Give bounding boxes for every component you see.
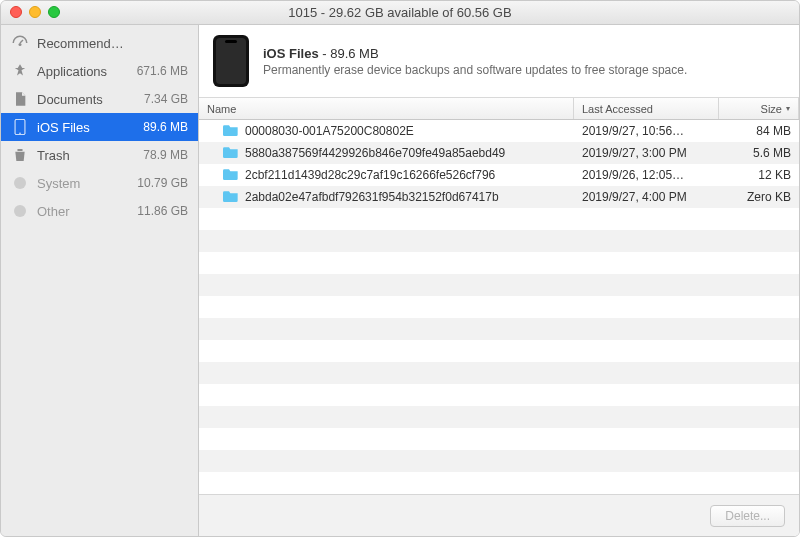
folder-icon — [223, 124, 239, 139]
footer-bar: Delete... — [199, 494, 799, 536]
table-row[interactable]: 2cbf211d1439d28c29c7af19c16266fe526cf796… — [199, 164, 799, 186]
window-controls — [10, 6, 60, 18]
category-header-text: iOS Files - 89.6 MB Permanently erase de… — [263, 46, 687, 77]
table-header: Name Last Accessed Size▾ — [199, 98, 799, 120]
file-name: 00008030-001A75200C80802E — [245, 124, 414, 138]
svg-point-6 — [14, 205, 26, 217]
category-size: 89.6 MB — [330, 46, 378, 61]
file-name: 2cbf211d1439d28c29c7af19c16266fe526cf796 — [245, 168, 495, 182]
column-header-last-accessed[interactable]: Last Accessed — [574, 98, 719, 119]
table-row[interactable]: 2abda02e47afbdf792631f954b32152f0d67417b… — [199, 186, 799, 208]
system-icon — [11, 174, 29, 192]
svg-rect-4 — [17, 149, 22, 151]
document-icon — [11, 90, 29, 108]
sidebar-item-trash[interactable]: Trash 78.9 MB — [1, 141, 198, 169]
empty-row — [199, 252, 799, 274]
sidebar-item-label: iOS Files — [37, 120, 124, 135]
gauge-icon — [11, 34, 29, 52]
empty-row — [199, 450, 799, 472]
sidebar-item-label: System — [37, 176, 124, 191]
empty-row — [199, 384, 799, 406]
folder-icon — [223, 146, 239, 161]
svg-rect-2 — [16, 120, 25, 134]
sidebar-item-label: Recommendations — [37, 36, 124, 51]
sidebar-item-documents[interactable]: Documents 7.34 GB — [1, 85, 198, 113]
svg-point-5 — [14, 177, 26, 189]
sidebar-item-applications[interactable]: Applications 671.6 MB — [1, 57, 198, 85]
file-last-accessed: 2019/9/26, 12:05… — [574, 164, 719, 186]
file-last-accessed: 2019/9/27, 3:00 PM — [574, 142, 719, 164]
sidebar-item-recommendations[interactable]: Recommendations — [1, 29, 198, 57]
folder-icon — [223, 190, 239, 205]
empty-row — [199, 230, 799, 252]
file-size: Zero KB — [719, 186, 799, 208]
empty-row — [199, 472, 799, 494]
table-row[interactable]: 00008030-001A75200C80802E 2019/9/27, 10:… — [199, 120, 799, 142]
sidebar-item-size: 10.79 GB — [132, 176, 188, 190]
empty-row — [199, 406, 799, 428]
other-icon — [11, 202, 29, 220]
device-thumbnail-icon — [213, 35, 249, 87]
empty-row — [199, 274, 799, 296]
category-header: iOS Files - 89.6 MB Permanently erase de… — [199, 25, 799, 98]
minimize-window-button[interactable] — [29, 6, 41, 18]
folder-icon — [223, 168, 239, 183]
column-header-size[interactable]: Size▾ — [719, 98, 799, 119]
column-header-name[interactable]: Name — [199, 98, 574, 119]
titlebar[interactable]: 1015 - 29.62 GB available of 60.56 GB — [1, 1, 799, 25]
delete-button[interactable]: Delete... — [710, 505, 785, 527]
sidebar-item-label: Trash — [37, 148, 124, 163]
empty-row — [199, 296, 799, 318]
trash-icon — [11, 146, 29, 164]
file-size: 84 MB — [719, 120, 799, 142]
sidebar-item-size: 78.9 MB — [132, 148, 188, 162]
sidebar-item-other[interactable]: Other 11.86 GB — [1, 197, 198, 225]
iphone-icon — [11, 118, 29, 136]
sidebar-item-label: Documents — [37, 92, 124, 107]
file-table-body[interactable]: 00008030-001A75200C80802E 2019/9/27, 10:… — [199, 120, 799, 494]
sidebar-item-ios-files[interactable]: iOS Files 89.6 MB — [1, 113, 198, 141]
empty-row — [199, 340, 799, 362]
sidebar-item-label: Other — [37, 204, 124, 219]
file-last-accessed: 2019/9/27, 4:00 PM — [574, 186, 719, 208]
window-title: 1015 - 29.62 GB available of 60.56 GB — [288, 5, 511, 20]
sidebar-item-size: 671.6 MB — [132, 64, 188, 78]
applications-icon — [11, 62, 29, 80]
zoom-window-button[interactable] — [48, 6, 60, 18]
sort-descending-icon: ▾ — [786, 104, 790, 113]
sidebar-item-size: 89.6 MB — [132, 120, 188, 134]
sidebar: Recommendations Applications 671.6 MB Do… — [1, 25, 199, 536]
storage-management-window: 1015 - 29.62 GB available of 60.56 GB Re… — [0, 0, 800, 537]
file-size: 5.6 MB — [719, 142, 799, 164]
file-last-accessed: 2019/9/27, 10:56… — [574, 120, 719, 142]
table-row[interactable]: 5880a387569f4429926b846e709fe49a85aebd49… — [199, 142, 799, 164]
empty-row — [199, 318, 799, 340]
empty-row — [199, 208, 799, 230]
category-title-line: iOS Files - 89.6 MB — [263, 46, 687, 61]
file-size: 12 KB — [719, 164, 799, 186]
empty-row — [199, 428, 799, 450]
svg-point-3 — [19, 133, 20, 134]
sidebar-item-label: Applications — [37, 64, 124, 79]
window-body: Recommendations Applications 671.6 MB Do… — [1, 25, 799, 536]
sidebar-item-size: 7.34 GB — [132, 92, 188, 106]
file-name: 5880a387569f4429926b846e709fe49a85aebd49 — [245, 146, 505, 160]
close-window-button[interactable] — [10, 6, 22, 18]
category-title: iOS Files — [263, 46, 319, 61]
file-name: 2abda02e47afbdf792631f954b32152f0d67417b — [245, 190, 499, 204]
sidebar-item-size: 11.86 GB — [132, 204, 188, 218]
sidebar-item-system[interactable]: System 10.79 GB — [1, 169, 198, 197]
main-pane: iOS Files - 89.6 MB Permanently erase de… — [199, 25, 799, 536]
empty-row — [199, 362, 799, 384]
category-subtitle: Permanently erase device backups and sof… — [263, 63, 687, 77]
svg-point-0 — [19, 43, 22, 46]
